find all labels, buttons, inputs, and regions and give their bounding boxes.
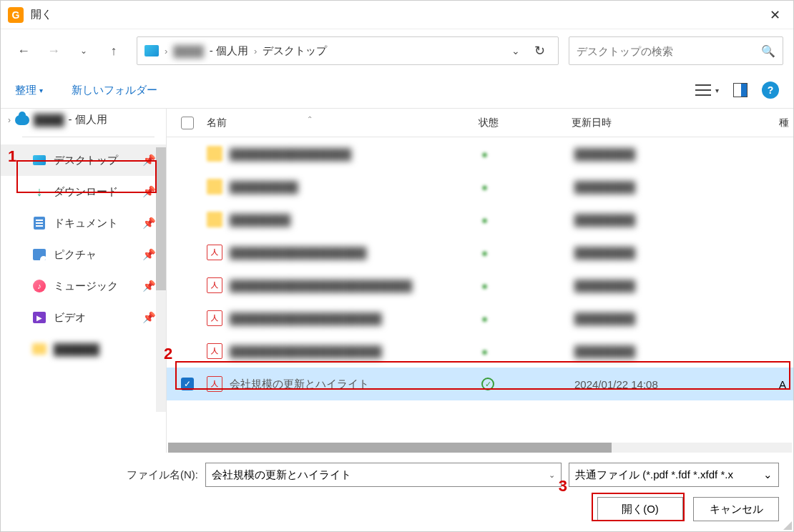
pin-icon: 📌 [142,248,156,261]
footer: ファイル名(N): 会社規模の更新とハイライト ⌄ 共通ファイル (*.pdf … [1,453,793,531]
column-type[interactable]: 種 [779,117,793,129]
file-type: A [779,378,793,390]
file-row[interactable]: 人████████████████████████●████████ [167,269,793,302]
chevron-right-icon: › [165,46,167,56]
row-checkbox[interactable]: ✓ [181,378,194,390]
filename-label: ファイル名(N): [1,468,198,482]
annotation-3: 3 [559,477,567,496]
nav-row: ← → ⌄ ↑ › ████ - 個人用 › デスクトップ ⌄ ↻ 🔍 [1,29,793,72]
sidebar-item-downloads[interactable]: ↓ ダウンロード 📌 [1,176,166,207]
preview-pane-button[interactable] [733,83,748,97]
chevron-right-icon: › [254,46,257,56]
download-icon: ↓ [32,184,46,199]
column-date[interactable]: 更新日時 [572,117,779,129]
breadcrumb-desktop[interactable]: デスクトップ [263,44,327,58]
chevron-down-icon[interactable]: ⌄ [763,468,773,481]
pdf-icon: 人 [207,245,222,260]
sidebar-item-documents[interactable]: ドキュメント 📌 [1,207,166,239]
document-icon [34,217,45,230]
chevron-down-icon[interactable]: ⌄ [549,471,555,480]
file-row[interactable]: ████████████████●████████ [167,137,793,170]
horizontal-scrollbar-track[interactable] [168,443,792,453]
annotation-1: 1 [8,147,16,166]
help-button[interactable]: ? [762,82,779,99]
column-name[interactable]: 名前 ⌃ [207,117,479,129]
breadcrumb-personal[interactable]: - 個人用 [210,44,248,58]
chevron-right-icon[interactable]: › [8,115,11,125]
status-ok-icon: ✓ [481,378,494,390]
onedrive-icon [15,115,29,125]
video-icon: ▶ [33,312,46,323]
up-button[interactable]: ↑ [101,38,127,64]
pdf-icon: 人 [207,277,222,293]
view-mode-dropdown[interactable]: ▾ [715,87,719,94]
close-button[interactable]: ✕ [764,4,786,26]
search-icon[interactable]: 🔍 [761,44,775,58]
view-mode-button[interactable] [695,82,711,98]
search-input[interactable] [577,45,761,57]
organize-button[interactable]: 整理▾ [15,84,43,97]
file-row[interactable]: █████████●████████ [167,170,793,203]
back-button[interactable]: ← [11,38,36,64]
folder-icon [207,212,222,227]
cancel-button[interactable]: キャンセル [693,497,779,521]
sidebar-item-music[interactable]: ♪ ミュージック 📌 [1,270,166,302]
window-title: 開く [31,8,52,21]
file-status: ✓ [481,378,574,390]
sidebar-item-label: デスクトップ [54,154,118,167]
horizontal-scrollbar-thumb[interactable] [168,443,612,453]
sidebar-item-label: ビデオ [54,311,86,325]
file-row[interactable]: 人██████████████████●████████ [167,236,793,269]
pdf-icon: 人 [207,310,222,326]
sidebar-item-label: ミュージック [54,280,118,293]
file-name: 会社規模の更新とハイライト [230,378,481,391]
pin-icon: 📌 [142,280,156,292]
file-row[interactable]: ████████●████████ [167,203,793,236]
new-folder-button[interactable]: 新しいフォルダー [72,84,157,97]
path-dropdown[interactable]: ⌄ [509,42,523,59]
breadcrumb-user[interactable]: ████ [173,45,204,57]
filename-input[interactable]: 会社規模の更新とハイライト ⌄ [205,463,562,487]
sidebar-item-pictures[interactable]: ピクチャ 📌 [1,239,166,270]
folder-icon [207,146,222,162]
sidebar-item-videos[interactable]: ▶ ビデオ 📌 [1,302,166,333]
file-row[interactable]: 人████████████████████●████████ [167,302,793,335]
refresh-button[interactable]: ↻ [529,37,551,64]
sidebar-scrollbar-thumb[interactable] [156,147,166,290]
breadcrumb[interactable]: › ████ - 個人用 › デスクトップ ⌄ ↻ [137,36,559,65]
music-icon: ♪ [33,280,46,292]
file-row[interactable]: 人████████████████████●████████ [167,335,793,368]
resize-handle[interactable] [782,520,792,530]
column-status[interactable]: 状態 [479,117,572,129]
pin-icon: 📌 [142,217,156,230]
sidebar-item-label: ピクチャ [54,248,97,262]
pin-icon: 📌 [142,185,156,198]
sidebar-item-label: ドキュメント [54,217,118,230]
sort-indicator: ⌃ [307,115,313,123]
select-all-checkbox[interactable] [181,117,194,129]
titlebar: G 開く ✕ [1,1,793,29]
sidebar-item-desktop[interactable]: デスクトップ 📌 [1,144,166,176]
pin-icon: 📌 [142,154,156,167]
folder-icon [32,343,46,355]
folder-icon [207,179,222,194]
tree-root[interactable]: › ████ - 個人用 [1,109,166,131]
divider [22,137,155,137]
sidebar-item-label: ダウンロード [54,185,118,199]
app-icon: G [8,7,24,23]
sidebar-item-label: ██████ [54,343,99,355]
file-date: 2024/01/22 14:08 [574,378,779,390]
pin-icon: 📌 [142,311,156,324]
open-button[interactable]: 開く(O) [597,497,683,521]
filetype-filter[interactable]: 共通ファイル (*.pdf *.fdf *.xfdf *.x ⌄ [569,463,779,487]
annotation-2: 2 [167,345,172,363]
body: › ████ - 個人用 1 デスクトップ 📌 ↓ ダウンロード 📌 [1,108,793,453]
recent-dropdown[interactable]: ⌄ [71,38,97,64]
file-row-selected[interactable]: ✓ 人 会社規模の更新とハイライト ✓ 2024/01/22 14:08 A [167,368,793,400]
sidebar: › ████ - 個人用 1 デスクトップ 📌 ↓ ダウンロード 📌 [1,109,167,453]
file-header: 名前 ⌃ 状態 更新日時 種 [167,109,793,137]
forward-button[interactable]: → [41,38,67,64]
pdf-icon: 人 [207,343,222,359]
sidebar-item-folder[interactable]: ██████ [1,333,166,365]
search-box[interactable]: 🔍 [569,36,783,65]
